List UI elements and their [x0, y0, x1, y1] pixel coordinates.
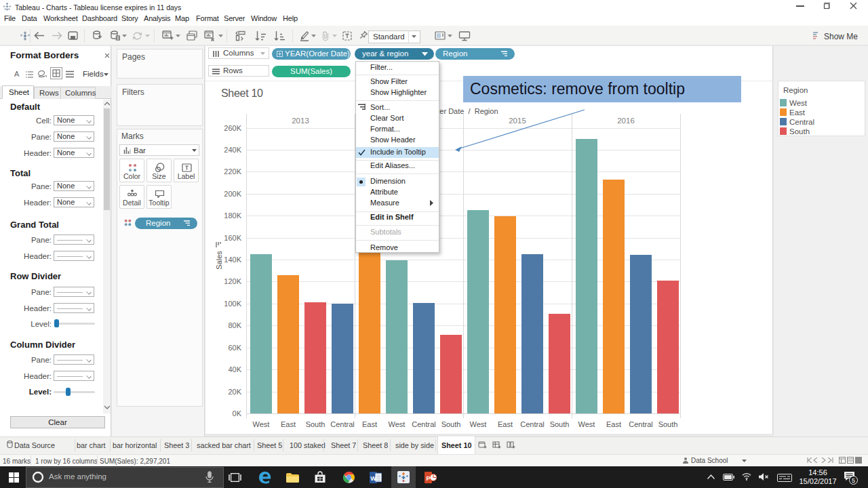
svg-text:W: W: [370, 475, 376, 482]
svg-text:P: P: [426, 475, 430, 482]
